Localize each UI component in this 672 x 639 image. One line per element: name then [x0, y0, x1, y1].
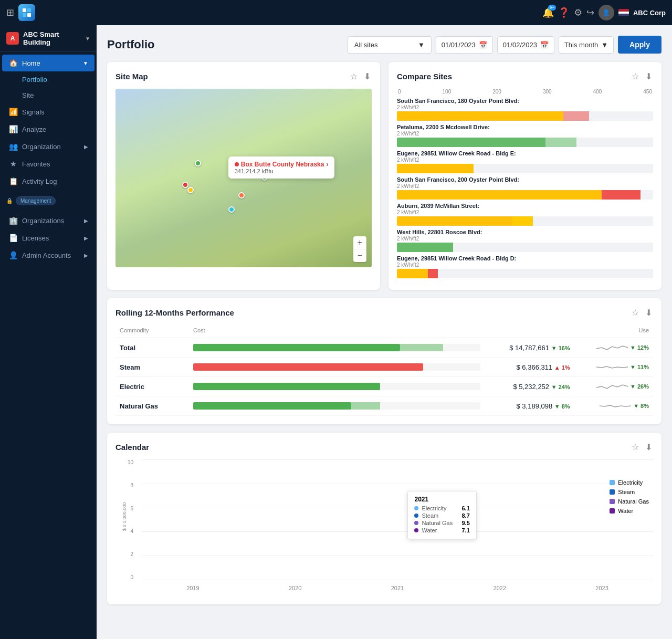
use-trend-badge: ▼ 8% — [633, 403, 649, 409]
sidebar-item-favorites[interactable]: ★ Favorites — [2, 155, 94, 172]
map-pin-south[interactable] — [228, 206, 235, 213]
help-icon[interactable]: ❓ — [558, 7, 570, 18]
tooltip-val: 9.5 — [461, 520, 469, 526]
map-background: Box Butte County Nebraska › 341,214.2 kB… — [116, 89, 372, 267]
compare-bar-container — [397, 138, 653, 147]
sidebar-analyze-label: Analyze — [22, 125, 88, 133]
tooltip-row: Electricity 6.1 — [414, 505, 469, 511]
rolling-performance-download-button[interactable]: ⬇ — [644, 307, 653, 319]
company-flag — [618, 9, 629, 16]
sidebar-licenses-label: Licenses — [22, 234, 80, 242]
site-map-container: Box Butte County Nebraska › 341,214.2 kB… — [116, 89, 372, 267]
settings-icon[interactable]: ⚙ — [574, 7, 582, 18]
legend-label: Water — [618, 508, 633, 514]
sidebar-org-selector[interactable]: A ABC Smart Building ▼ — [0, 25, 97, 52]
tooltip-label: Electricity — [422, 505, 458, 511]
logout-icon[interactable]: ↪ — [586, 7, 594, 18]
calendar-title: Calendar — [116, 443, 626, 452]
compare-row: South San Francisco, 200 Oyster Point Bl… — [397, 176, 653, 200]
map-pin-socal[interactable] — [187, 187, 194, 193]
calendar-favorite-button[interactable]: ☆ — [631, 441, 640, 453]
compare-row-label: Petaluma, 2200 S Mcdowell Drive: — [397, 124, 653, 130]
map-zoom-out-button[interactable]: − — [353, 249, 366, 262]
main-content: Portfolio All sites ▼ 01/01/2023 📅 01/02… — [97, 25, 672, 639]
compare-sites-favorite-button[interactable]: ☆ — [631, 70, 640, 82]
sidebar-item-admin-accounts[interactable]: 👤 Admin Accounts ▶ — [2, 247, 94, 264]
tooltip-val: 7.1 — [461, 527, 469, 533]
map-pin-central[interactable] — [238, 192, 245, 198]
svg-rect-2 — [23, 13, 26, 17]
legend-item: Natural Gas — [610, 498, 649, 505]
sidebar-item-home[interactable]: 🏠 Home ▼ — [2, 55, 94, 71]
tooltip-val: 6.1 — [461, 505, 469, 511]
home-chevron-icon: ▼ — [83, 60, 88, 66]
map-pin-oregon[interactable] — [195, 160, 201, 166]
organization-chevron-icon: ▶ — [84, 144, 88, 150]
apply-button[interactable]: Apply — [618, 36, 662, 54]
map-zoom-in-button[interactable]: + — [353, 236, 366, 249]
sidebar-item-licenses[interactable]: 📄 Licenses ▶ — [2, 229, 94, 246]
map-pin-california[interactable] — [182, 182, 188, 188]
site-map-favorite-button[interactable]: ☆ — [349, 70, 359, 82]
organizations-icon: 🏢 — [8, 216, 18, 225]
compare-bar-primary — [397, 269, 428, 278]
sidebar-item-organization[interactable]: 👥 Organization ▶ — [2, 138, 94, 155]
legend-item: Steam — [610, 489, 649, 495]
compare-rows: South San Francisco, 180 Oyster Point Bl… — [397, 98, 653, 278]
user-avatar[interactable]: 👤 — [598, 5, 614, 20]
notifications-icon[interactable]: 🔔 9+ — [542, 7, 554, 18]
map-popup-value: 341,214.2 kBtu — [235, 168, 329, 174]
compare-row-label: Eugene, 29851 Willow Creek Road - Bldg D… — [397, 255, 653, 261]
cost-trend-badge: ▲ 1% — [554, 364, 570, 371]
admin-icon: 👤 — [8, 251, 18, 259]
chart-area: 2021 Electricity 6.1 Steam 8.7 Natural G… — [142, 459, 653, 580]
use-trend-badge: ▼ 12% — [630, 344, 649, 351]
bar-chart-axis: 0 100 200 300 400 450 — [397, 89, 653, 95]
site-map-download-button[interactable]: ⬇ — [363, 70, 372, 82]
compare-sites-card: Compare Sites ☆ ⬇ 0 100 200 300 400 450 — [388, 62, 662, 290]
sidebar-item-site[interactable]: Site — [2, 88, 94, 103]
period-select[interactable]: This month ▼ — [559, 36, 614, 54]
tooltip-dot — [414, 506, 418, 510]
perf-cost-value: $ 5,232,252 ▼ 24% — [485, 377, 574, 396]
use-trend-badge: ▼ 11% — [630, 364, 649, 370]
org-name: ABC Smart Building — [23, 30, 85, 46]
calendar-download-button[interactable]: ⬇ — [644, 441, 653, 453]
period-chevron-icon: ▼ — [601, 41, 608, 49]
sidebar-item-activity-log[interactable]: 📋 Activity Log — [2, 173, 94, 190]
legend-label: Electricity — [618, 479, 643, 486]
chart-x-label: 2020 — [244, 585, 346, 591]
table-row: Total $ 14,787,661 ▼ 16% ▼ 12% — [116, 338, 653, 358]
perf-header-commodity: Commodity — [116, 325, 189, 338]
perf-commodity-label: Natural Gas — [116, 396, 189, 416]
perf-header-cost: Cost — [189, 325, 485, 338]
legend-color-dot — [610, 508, 615, 514]
grid-icon[interactable]: ⊞ — [6, 7, 14, 18]
calendar-actions: ☆ ⬇ — [631, 441, 653, 453]
sidebar-home-label: Home — [22, 59, 79, 67]
compare-sites-header: Compare Sites ☆ ⬇ — [397, 70, 653, 82]
sidebar-item-signals[interactable]: 📶 Signals — [2, 103, 94, 120]
compare-sites-download-button[interactable]: ⬇ — [644, 70, 653, 82]
compare-bar-secondary — [545, 138, 576, 147]
sites-dropdown[interactable]: All sites ▼ — [348, 36, 432, 54]
sidebar-organizations-label: Organizations — [22, 217, 80, 225]
rolling-performance-favorite-button[interactable]: ☆ — [631, 307, 640, 319]
favorites-icon: ★ — [8, 160, 18, 168]
perf-cost-bar-cell — [189, 338, 485, 358]
table-row: Natural Gas $ 3,189,098 ▼ 8% ▼ 8% — [116, 396, 653, 416]
top-nav: ⊞ 🔔 9+ ❓ ⚙ ↪ 👤 ABC Corp — [0, 0, 672, 25]
legend-item: Electricity — [610, 479, 649, 486]
sidebar-item-organizations[interactable]: 🏢 Organizations ▶ — [2, 212, 94, 229]
date-to-input[interactable]: 01/02/2023 📅 — [497, 36, 554, 54]
performance-table: Commodity Cost Use Total $ 14,787,661 ▼ … — [116, 325, 653, 416]
management-badge: Management — [16, 196, 56, 205]
date-from-input[interactable]: 01/01/2023 📅 — [436, 36, 493, 54]
sidebar-item-analyze[interactable]: 📊 Analyze — [2, 121, 94, 138]
legend-color-dot — [610, 480, 615, 485]
sidebar-item-portfolio[interactable]: Portfolio — [2, 72, 94, 87]
sidebar-signals-label: Signals — [22, 108, 88, 116]
perf-commodity-label: Electric — [116, 377, 189, 396]
compare-bar-secondary — [428, 269, 438, 278]
perf-cost-bar-cell — [189, 358, 485, 377]
